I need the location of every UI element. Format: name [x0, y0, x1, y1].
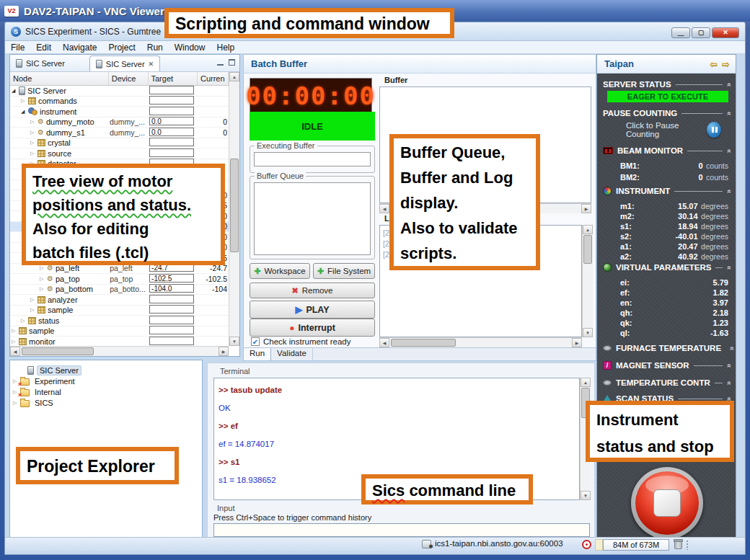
expand-arrow-icon[interactable]: ▷ [13, 400, 20, 406]
heap-status[interactable]: 84M of 673M [603, 539, 669, 551]
target-input[interactable] [149, 305, 194, 314]
expand-arrow-icon[interactable]: ▷ [30, 140, 38, 146]
scroll-right-icon[interactable]: ▶ [572, 338, 582, 347]
target-input[interactable] [149, 148, 194, 157]
column-node[interactable]: Node [10, 72, 109, 85]
scroll-left-icon[interactable]: ◀ [379, 338, 389, 347]
section-magnet-sensor[interactable]: / MAGNET SENSOR » [603, 360, 731, 370]
menu-item[interactable]: File [11, 43, 25, 53]
column-device[interactable]: Device [109, 72, 149, 85]
stop-button[interactable] [631, 467, 703, 539]
add-workspace-button[interactable]: ✚ Workspace [250, 263, 310, 279]
expand-arrow-icon[interactable]: ◢ [12, 88, 19, 94]
expand-arrow-icon[interactable]: ◢ [21, 109, 28, 115]
list-item[interactable]: SIC Server [10, 365, 202, 375]
scrollbar-thumb[interactable] [22, 347, 94, 355]
target-input[interactable] [149, 86, 194, 94]
tab-close-icon[interactable]: ✕ [149, 61, 154, 68]
column-current[interactable]: Curren [198, 72, 229, 85]
pause-action-label[interactable]: Click to Pause Counting [626, 121, 707, 138]
scroll-right-icon[interactable]: ▶ [581, 204, 591, 213]
view-maximize-icon[interactable] [229, 59, 235, 66]
scroll-right-icon[interactable]: ▶ [219, 347, 229, 356]
view-minimize-icon[interactable] [217, 63, 224, 66]
tab-run[interactable]: Run [244, 348, 271, 360]
section-pause-counting[interactable]: PAUSE COUNTING » [603, 108, 731, 118]
menu-item[interactable]: Navigate [63, 43, 97, 53]
log-vertical-scrollbar[interactable]: ▲ ▼ [582, 225, 593, 337]
expand-arrow-icon[interactable]: ▷ [40, 276, 47, 282]
minimize-button[interactable]: — [671, 27, 690, 38]
target-input[interactable] [149, 138, 194, 146]
expand-arrow-icon[interactable]: ▷ [12, 339, 19, 345]
collapse-chevron-icon[interactable]: » [725, 82, 733, 86]
scrollbar-thumb[interactable] [230, 159, 239, 252]
back-icon[interactable]: ⇦ [710, 58, 718, 69]
target-input[interactable]: -104.0 [149, 284, 194, 293]
section-virtual-parameters[interactable]: VIRTUAL PARAMETERS » [603, 262, 731, 272]
target-input[interactable] [149, 316, 194, 324]
target-input[interactable]: 0.0 [149, 117, 194, 125]
section-beam-monitor[interactable]: 8.8 BEAM MONITOR » [603, 146, 731, 156]
collapse-chevron-icon[interactable]: » [725, 363, 733, 368]
collapse-chevron-icon[interactable]: » [725, 111, 733, 115]
target-input[interactable]: 0.0 [149, 128, 194, 136]
connection-status-icon[interactable] [582, 540, 591, 549]
expand-arrow-icon[interactable]: ▷ [30, 297, 38, 303]
expand-arrow-icon[interactable]: ▷ [30, 119, 38, 125]
expand-arrow-icon[interactable]: ▷ [12, 328, 19, 334]
tree-vertical-scrollbar[interactable]: ▲ ▼ [229, 72, 239, 346]
target-input[interactable] [149, 337, 194, 345]
list-item[interactable]: ▷ Internal [10, 386, 202, 397]
play-button[interactable]: ▶ PLAY [250, 301, 375, 319]
target-input[interactable]: -102.5 [149, 274, 194, 283]
buffer-queue-list[interactable] [254, 182, 371, 255]
expand-arrow-icon[interactable]: ▷ [30, 130, 38, 135]
close-button[interactable]: ✕ [712, 27, 739, 38]
expand-arrow-icon[interactable]: ▷ [40, 265, 47, 271]
target-input[interactable] [149, 326, 194, 334]
tab-validate[interactable]: Validate [271, 348, 313, 360]
collapse-chevron-icon[interactable]: » [725, 148, 733, 153]
scroll-up-icon[interactable]: ▲ [583, 225, 593, 234]
log-horizontal-scrollbar[interactable]: ◀ ▶ [379, 337, 582, 347]
list-item[interactable]: ▷ Experiment [10, 375, 202, 386]
section-temperature-contr[interactable]: TEMPERATURE CONTR » [603, 378, 731, 388]
section-server-status[interactable]: SERVER STATUS » [603, 79, 731, 89]
expand-arrow-icon[interactable]: ▷ [30, 307, 38, 313]
tab-sic-server-2[interactable]: SIC Server ✕ [89, 55, 160, 71]
target-input[interactable] [149, 96, 194, 105]
scroll-down-icon[interactable]: ▼ [229, 337, 239, 346]
menu-item[interactable]: Edit [36, 43, 51, 53]
target-input[interactable] [149, 295, 194, 303]
section-instrument[interactable]: INSTRUMENT » [603, 186, 731, 196]
expand-arrow-icon[interactable]: ▷ [40, 286, 47, 292]
interrupt-button[interactable]: ● Interrupt [250, 319, 375, 337]
executing-buffer-field[interactable] [254, 152, 371, 166]
add-file-system-button[interactable]: ✚ File System [313, 263, 375, 279]
expand-arrow-icon[interactable]: ▷ [30, 151, 38, 156]
scroll-up-icon[interactable]: ▲ [229, 72, 239, 81]
scrollbar-thumb[interactable] [391, 339, 456, 347]
collapse-chevron-icon[interactable]: » [725, 381, 733, 385]
section-furnace-temperature[interactable]: FURNACE TEMPERATURE » [603, 343, 731, 353]
tab-sic-server-1[interactable]: SIC Server [10, 55, 71, 71]
scroll-up-icon[interactable]: ▲ [581, 378, 591, 387]
scrollbar-thumb[interactable] [583, 235, 592, 264]
menu-item[interactable]: Window [175, 43, 206, 53]
scroll-left-icon[interactable]: ◀ [10, 347, 20, 356]
remove-button[interactable]: ✖ Remove [250, 283, 375, 298]
expand-arrow-icon[interactable]: ▷ [21, 318, 28, 324]
command-input[interactable] [213, 523, 590, 537]
menu-item[interactable]: Run [147, 43, 163, 53]
menu-item[interactable]: Project [108, 43, 135, 53]
collapse-chevron-icon[interactable]: » [725, 265, 733, 270]
garbage-collect-icon[interactable] [674, 541, 682, 549]
scroll-left-icon[interactable]: ◀ [379, 204, 389, 213]
scroll-down-icon[interactable]: ▼ [581, 491, 591, 500]
tree-horizontal-scrollbar[interactable]: ◀ ▶ [10, 346, 229, 356]
table-row[interactable]: ▷ monitor [10, 337, 229, 346]
pause-button[interactable] [707, 122, 721, 138]
collapse-chevron-icon[interactable]: » [725, 189, 733, 193]
maximize-button[interactable]: ▢ [692, 27, 710, 38]
